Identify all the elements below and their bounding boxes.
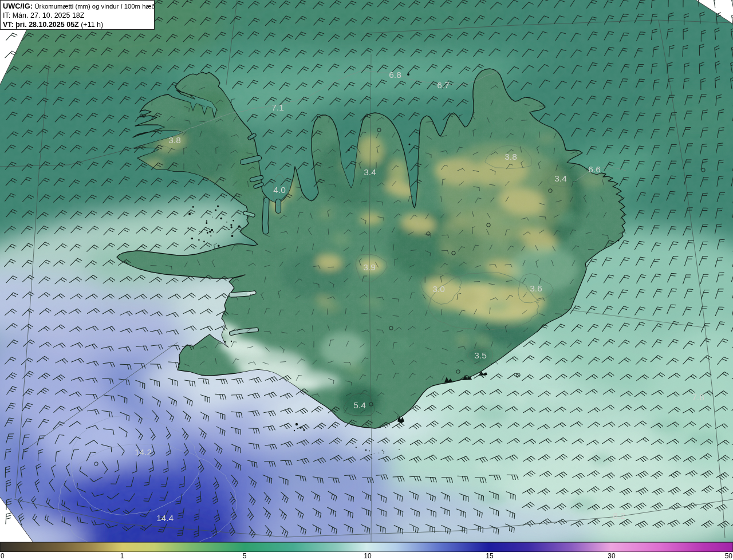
svg-text:7.1: 7.1 — [271, 102, 284, 112]
svg-text:3.8: 3.8 — [168, 135, 181, 145]
svg-text:8.2: 8.2 — [613, 511, 625, 520]
svg-text:0: 0 — [1, 552, 5, 560]
svg-text:14.2: 14.2 — [135, 447, 152, 457]
svg-text:6.7: 6.7 — [437, 80, 450, 90]
svg-text:15: 15 — [486, 552, 494, 560]
svg-text:3.0: 3.0 — [432, 284, 445, 294]
svg-text:6.8: 6.8 — [389, 70, 401, 80]
svg-text:VT: þri. 28.10.2025 05Z (+11 h: VT: þri. 28.10.2025 05Z (+11 h) — [3, 21, 103, 29]
svg-text:30: 30 — [608, 552, 616, 560]
svg-text:3.8: 3.8 — [505, 152, 517, 161]
svg-text:IT: Mán. 27. 10. 2025 18Z: IT: Mán. 27. 10. 2025 18Z — [3, 11, 85, 19]
svg-text:14.4: 14.4 — [156, 513, 174, 523]
svg-text:7.8: 7.8 — [692, 392, 704, 402]
svg-text:3.9: 3.9 — [363, 262, 376, 272]
svg-text:3.5: 3.5 — [474, 350, 487, 360]
svg-text:5: 5 — [243, 552, 247, 560]
svg-text:6.6: 6.6 — [588, 164, 601, 174]
svg-text:10: 10 — [364, 552, 372, 560]
svg-text:3.6: 3.6 — [530, 283, 542, 293]
svg-text:3.4: 3.4 — [554, 173, 567, 183]
svg-text:UWC/IG: Úrkomumætti (mm) og vi: UWC/IG: Úrkomumætti (mm) og vindur í 100… — [3, 2, 155, 10]
svg-text:4.0: 4.0 — [273, 185, 286, 195]
svg-text:5.4: 5.4 — [353, 400, 366, 410]
svg-text:1: 1 — [120, 552, 124, 560]
svg-text:50: 50 — [725, 552, 733, 560]
svg-text:3.4: 3.4 — [364, 167, 376, 177]
